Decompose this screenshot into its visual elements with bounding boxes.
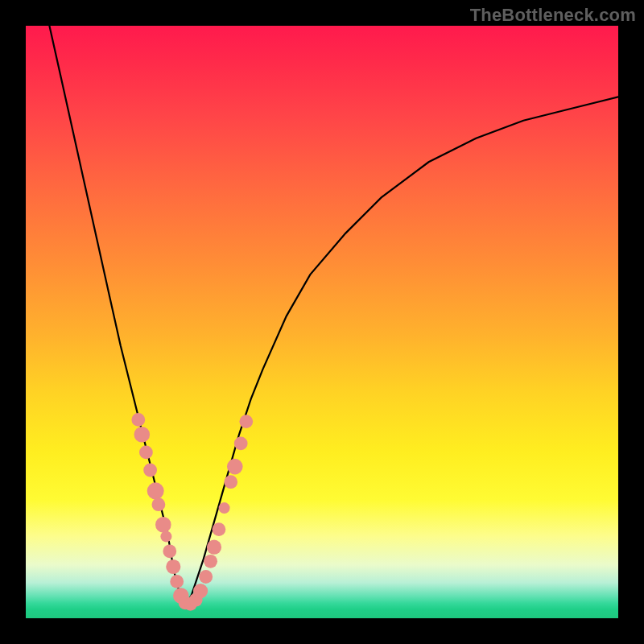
highlight-dot — [160, 530, 171, 542]
highlight-dot — [234, 437, 248, 451]
highlight-dot — [224, 475, 237, 489]
highlight-dot — [207, 540, 221, 555]
highlight-dot — [166, 559, 180, 574]
highlight-dot — [239, 415, 253, 428]
highlight-dot — [152, 497, 166, 511]
highlight-dot — [193, 584, 208, 598]
right-curve — [186, 97, 618, 606]
highlight-dot — [213, 522, 226, 536]
watermark-text: TheBottleneck.com — [470, 5, 636, 26]
plot-area — [26, 26, 618, 618]
highlight-dot — [163, 544, 176, 558]
highlight-dot — [155, 517, 171, 533]
highlight-dot — [134, 427, 151, 443]
chart-frame: TheBottleneck.com — [0, 0, 644, 644]
highlight-dot — [170, 575, 184, 588]
highlight-dot — [199, 570, 213, 584]
highlight-dot — [139, 446, 153, 460]
highlight-dot — [143, 464, 157, 477]
highlight-dot — [204, 555, 217, 568]
highlight-dot — [131, 413, 145, 427]
curves-layer — [26, 26, 618, 618]
highlight-dot — [227, 459, 243, 475]
highlight-dot — [147, 482, 164, 499]
highlight-dots — [131, 413, 253, 611]
highlight-dot — [219, 502, 230, 514]
